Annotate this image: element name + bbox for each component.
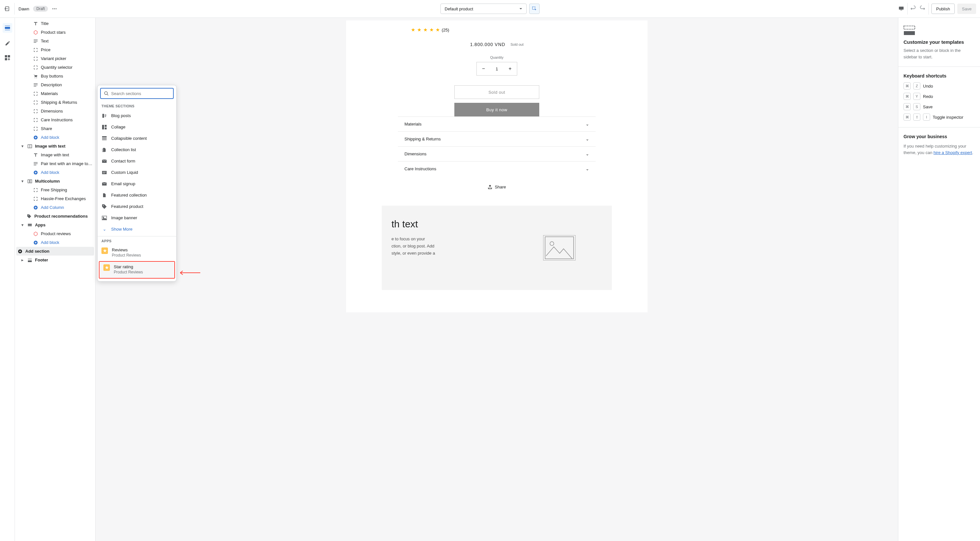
svg-rect-64: [904, 31, 915, 35]
svg-rect-8: [5, 25, 10, 26]
svg-rect-47: [105, 115, 106, 116]
app-star-rating[interactable]: ★Star ratingProduct Reviews: [100, 262, 174, 278]
svg-rect-14: [34, 40, 38, 40]
qty-decrease[interactable]: −: [477, 66, 490, 72]
search-sections-box[interactable]: [100, 88, 174, 99]
section-collapsible[interactable]: Collapsible content: [97, 132, 176, 144]
soldout-button[interactable]: Sold out: [454, 85, 539, 99]
section-footer[interactable]: ▸Footer: [15, 255, 95, 264]
chevron-down-icon[interactable]: ▾: [20, 179, 25, 184]
z-key: Z: [913, 82, 920, 89]
section-image-banner[interactable]: Image banner: [97, 212, 176, 223]
star-icon: ★: [103, 264, 110, 271]
svg-rect-30: [30, 180, 32, 183]
svg-point-44: [105, 92, 108, 95]
block-description[interactable]: Description: [15, 80, 95, 89]
exit-icon[interactable]: [4, 5, 10, 12]
tag-icon: [27, 214, 32, 219]
section-custom-liquid[interactable]: Custom Liquid: [97, 167, 176, 178]
block-buy-buttons[interactable]: Buy buttons: [15, 72, 95, 80]
app-reviews[interactable]: ★ReviewsProduct Reviews: [97, 245, 176, 261]
block-text[interactable]: Text: [15, 37, 95, 45]
block-hassle-free[interactable]: Hassle-Free Exchanges: [15, 194, 95, 203]
section-blog-posts[interactable]: Blog posts: [97, 110, 176, 121]
block-free-shipping[interactable]: Free Shipping: [15, 185, 95, 194]
block-price[interactable]: Price: [15, 45, 95, 54]
search-sections-input[interactable]: [111, 91, 170, 96]
more-icon[interactable]: [52, 6, 57, 11]
desktop-icon[interactable]: [898, 5, 905, 12]
block-image-with-text[interactable]: Image with text: [15, 150, 95, 159]
frame-icon: [33, 187, 38, 193]
svg-rect-16: [34, 42, 36, 43]
section-image-with-text[interactable]: ▾Image with text: [15, 142, 95, 150]
section-apps[interactable]: ▾Apps: [15, 220, 95, 229]
block-materials[interactable]: Materials: [15, 89, 95, 98]
y-key: Y: [913, 93, 920, 100]
share-row[interactable]: Share: [346, 185, 648, 190]
accordion-shipping[interactable]: Shipping & Returns⌄: [398, 131, 596, 146]
svg-rect-29: [28, 180, 30, 183]
section-email-signup[interactable]: Email signup: [97, 178, 176, 190]
block-quantity-selector[interactable]: Quantity selector: [15, 63, 95, 72]
liquid-icon: [102, 170, 107, 176]
svg-rect-58: [103, 173, 105, 173]
buynow-button[interactable]: Buy it now: [454, 103, 539, 116]
add-column[interactable]: Add Column: [15, 203, 95, 212]
block-shipping-returns[interactable]: Shipping & Returns: [15, 98, 95, 107]
chevron-down-icon[interactable]: ▾: [20, 144, 25, 148]
section-contact-form[interactable]: Contact form: [97, 155, 176, 167]
star-icon: ★: [411, 27, 415, 33]
product-stars-row: ★★★★★ (25): [346, 27, 648, 33]
imgtext-heading: th text: [391, 219, 497, 230]
accordion-materials[interactable]: Materials⌄: [398, 116, 596, 131]
template-select[interactable]: Default product: [441, 3, 527, 14]
undo-icon[interactable]: [910, 5, 917, 12]
svg-rect-7: [5, 27, 10, 29]
block-share[interactable]: Share: [15, 124, 95, 133]
section-product-recs[interactable]: Product recommendations: [15, 212, 95, 220]
rail-apps-icon[interactable]: [3, 53, 12, 62]
accordion-dimensions[interactable]: Dimensions⌄: [398, 146, 596, 161]
block-dimensions[interactable]: Dimensions: [15, 107, 95, 115]
section-collection-list[interactable]: Collection list: [97, 144, 176, 155]
svg-rect-54: [102, 139, 107, 140]
plus-circle-icon: [18, 249, 23, 254]
svg-rect-5: [899, 7, 904, 10]
section-multicolumn[interactable]: ▾Multicolumn: [15, 177, 95, 185]
qty-increase[interactable]: +: [503, 66, 517, 72]
rail-theme-icon[interactable]: [3, 38, 12, 48]
chevron-right-icon[interactable]: ▸: [20, 257, 25, 262]
svg-point-17: [35, 78, 35, 78]
theme-name: Dawn: [19, 6, 29, 11]
grow-text: If you need help customizing your theme,…: [904, 143, 975, 156]
section-featured-collection[interactable]: Featured collection: [97, 190, 176, 201]
show-more[interactable]: ⌄Show More: [97, 223, 176, 235]
block-title[interactable]: Title: [15, 19, 95, 28]
add-block-2[interactable]: Add block: [15, 168, 95, 177]
block-product-reviews[interactable]: Product reviews: [15, 229, 95, 238]
plus-circle-icon: [33, 135, 38, 140]
svg-rect-46: [105, 115, 106, 115]
svg-rect-19: [34, 83, 38, 84]
chevron-down-icon[interactable]: ▾: [20, 222, 25, 227]
inspector-toggle[interactable]: [529, 3, 539, 14]
add-block-3[interactable]: Add block: [15, 238, 95, 247]
accordion-care[interactable]: Care Instructions⌄: [398, 161, 596, 176]
cart-icon: [33, 73, 38, 79]
add-section[interactable]: Add section: [16, 247, 94, 255]
save-button: Save: [957, 3, 976, 14]
rail-sections-icon[interactable]: [3, 23, 12, 33]
block-variant-picker[interactable]: Variant picker: [15, 54, 95, 63]
block-care-instructions[interactable]: Care Instructions: [15, 115, 95, 124]
add-block-1[interactable]: Add block: [15, 133, 95, 142]
quantity-selector: Quantity − 1 +: [346, 56, 648, 75]
publish-button[interactable]: Publish: [931, 3, 955, 14]
redo-icon[interactable]: [920, 5, 926, 12]
section-featured-product[interactable]: Featured product: [97, 201, 176, 212]
cmd-key: ⌘: [904, 82, 911, 89]
hire-expert-link[interactable]: hire a Shopify expert: [934, 150, 972, 155]
block-pair-text[interactable]: Pair text with an image to fo...: [15, 159, 95, 168]
section-collage[interactable]: Collage: [97, 121, 176, 132]
block-product-stars[interactable]: Product stars: [15, 28, 95, 37]
